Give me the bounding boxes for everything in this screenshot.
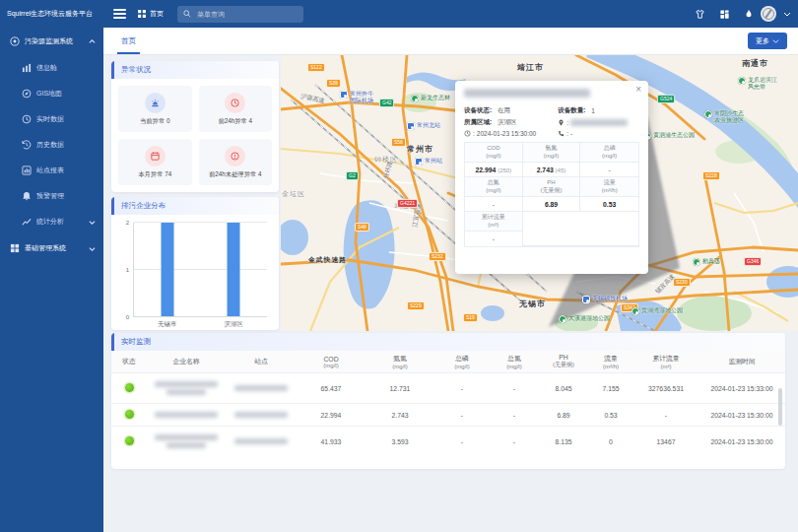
poi-label: 常阴沙生态农业旅游区 xyxy=(714,110,744,124)
status-card-month[interactable]: 本月异常 74 xyxy=(118,139,192,185)
sidebar-items: 信息舱GIS地图实时数据历史数据站点报表预警管理统计分析 xyxy=(0,55,103,234)
map-poi[interactable]: 龙爪岩滨江风光带 xyxy=(738,77,777,91)
top-header: 首页 xyxy=(103,0,798,28)
realtime-table: 状态企业名称站点COD(mg/l)氨氮(mg/l)总磷(mg/l)总氮(mg/l… xyxy=(111,351,785,456)
bar-无锡市[interactable] xyxy=(161,223,173,316)
station-report-icon xyxy=(22,166,32,175)
device-status: 在用 xyxy=(498,106,510,115)
road-shield: G346 xyxy=(744,257,762,266)
poi-label: 鹅真荡 xyxy=(702,258,720,265)
abnormal-status-panel: 异常状况 当前异常 0 前24h异常 4 本月异常 74 前24h未处理异常 4 xyxy=(111,61,279,192)
hamburger-menu-icon[interactable] xyxy=(113,9,126,19)
cell-tp: - xyxy=(434,373,490,404)
column-header: PH(无量纲) xyxy=(539,351,588,373)
map-poi[interactable]: 贡湖湾湿地公园 xyxy=(632,307,683,315)
table-scrollbar[interactable] xyxy=(778,388,782,426)
park-poi-icon xyxy=(704,110,712,118)
grid-icon xyxy=(10,243,20,253)
phone-icon xyxy=(558,130,565,137)
sidebar-item-label: 统计分析 xyxy=(36,217,64,227)
skin-theme-icon[interactable] xyxy=(695,9,705,20)
flame-icon[interactable] xyxy=(744,8,754,20)
sidebar-item-0[interactable]: 信息舱 xyxy=(0,55,103,81)
screen-layout-icon[interactable] xyxy=(719,9,730,20)
status-card-current[interactable]: 当前异常 0 xyxy=(118,86,192,132)
x-tick: 无锡市 xyxy=(158,320,176,329)
realtime-monitor-panel: 实时监测 状态企业名称站点COD(mg/l)氨氮(mg/l)总磷(mg/l)总氮… xyxy=(111,333,785,469)
user-avatar[interactable] xyxy=(761,6,776,22)
tab-home[interactable]: 首页 xyxy=(113,28,144,54)
sidebar-item-5[interactable]: 预警管理 xyxy=(0,183,103,209)
map-label: 金武快速路 xyxy=(308,255,347,265)
status-card-24h[interactable]: 前24h异常 4 xyxy=(199,86,273,132)
cell-time: 2024-01-23 15:33:00 xyxy=(698,373,785,404)
column-header: 站点 xyxy=(226,351,297,373)
map-poi[interactable]: 大溪港湿地公园 xyxy=(559,315,610,323)
poi-label: 贡湖湾湿地公园 xyxy=(641,307,683,314)
poi-label: 无锡硕放机场 xyxy=(592,296,628,302)
status-dot xyxy=(125,383,134,392)
map-poi[interactable]: 常州北站 xyxy=(407,122,440,130)
sidebar-group-pollution-monitor[interactable]: 污染源监测系统 xyxy=(0,28,103,55)
poi-label: 新龙生态林 xyxy=(421,95,450,101)
home-grid-icon xyxy=(138,10,146,18)
station-poi-icon xyxy=(407,122,415,130)
table-header-row: 状态企业名称站点COD(mg/l)氨氮(mg/l)总磷(mg/l)总氮(mg/l… xyxy=(111,351,785,373)
cell-tp: - xyxy=(434,404,490,427)
map-poi[interactable]: 常州奔牛国际机场 xyxy=(340,91,373,104)
breadcrumb[interactable]: 首页 xyxy=(138,9,164,19)
cell-tn: - xyxy=(490,427,539,457)
cell-total: 327636.531 xyxy=(633,373,698,404)
column-header: 企业名称 xyxy=(147,351,226,373)
park-poi-icon xyxy=(738,77,746,85)
sidebar-group-base-admin[interactable]: 基础管理系统 xyxy=(0,234,103,262)
map-canvas[interactable]: 常州市无锡市南通市靖江市钟楼区武进区金坛区金武快速路外环路江宜高速三环快速路锡宜… xyxy=(281,55,798,331)
siren-icon xyxy=(145,93,166,113)
menu-search-box[interactable] xyxy=(177,6,303,23)
cell-total: - xyxy=(633,404,698,427)
popup-metrics-table: COD(mg/l) 氨氮(mg/l) 总磷(mg/l) 22.994 (250)… xyxy=(464,142,639,247)
plot-area: 无锡市滨湖区 xyxy=(133,223,267,317)
close-icon[interactable]: × xyxy=(635,85,641,95)
road-shield: G524 xyxy=(657,95,675,103)
map-poi[interactable]: 常州站 xyxy=(415,158,442,166)
poi-label: 常州北站 xyxy=(417,122,440,129)
search-icon xyxy=(183,10,191,18)
status-card-unhandled[interactable]: 前24h未处理异常 4 xyxy=(199,139,273,185)
more-button[interactable]: 更多 xyxy=(748,33,787,49)
chevron-down-icon xyxy=(89,219,96,226)
bar-滨湖区[interactable] xyxy=(228,223,240,316)
sidebar-item-2[interactable]: 实时数据 xyxy=(0,106,103,132)
poi-label: 常州奔牛国际机场 xyxy=(350,91,373,104)
table-row[interactable]: 22.9942.743--6.890.53-2024-01-23 15:30:0… xyxy=(111,404,785,427)
alarm-manage-icon xyxy=(22,191,32,201)
map-poi[interactable]: 无锡硕放机场 xyxy=(582,296,628,303)
sidebar-item-6[interactable]: 统计分析 xyxy=(0,209,103,234)
map-poi[interactable]: 鹅真荡 xyxy=(693,258,720,266)
sidebar-item-1[interactable]: GIS地图 xyxy=(0,81,103,106)
cell-tn: - xyxy=(490,404,539,427)
sidebar-item-3[interactable]: 历史数据 xyxy=(0,132,103,158)
table-row[interactable]: 41.9333.593--8.1350134672024-01-23 15:30… xyxy=(111,427,785,457)
map-poi[interactable]: 黄泗浦生态公园 xyxy=(643,132,695,140)
chevron-down-icon[interactable] xyxy=(783,10,791,18)
panel-title: 实时监测 xyxy=(111,333,785,351)
station-poi-icon xyxy=(415,158,423,166)
sidebar-item-label: 站点报表 xyxy=(36,166,64,175)
column-header: 累计流量(m³) xyxy=(633,351,698,373)
road-shield: S48 xyxy=(355,223,369,232)
column-header: 流量(m³/h) xyxy=(588,351,633,373)
cell-nh3n: 3.593 xyxy=(366,427,434,457)
map-poi[interactable]: 新龙生态林 xyxy=(411,95,450,102)
breadcrumb-label: 首页 xyxy=(150,9,164,19)
column-header: 总氮(mg/l) xyxy=(490,351,539,373)
sidebar-item-4[interactable]: 站点报表 xyxy=(0,158,103,183)
cell-flow: 7.155 xyxy=(588,373,633,404)
station-poi-icon xyxy=(582,296,590,303)
clock-icon xyxy=(464,130,471,137)
bar-chart: 012 无锡市滨湖区 xyxy=(119,223,269,330)
map-poi[interactable]: 常阴沙生态农业旅游区 xyxy=(704,110,744,124)
table-row[interactable]: 65.43712.731--8.0457.155327636.5312024-0… xyxy=(111,373,785,404)
search-input[interactable] xyxy=(195,10,294,19)
column-header: 监测时间 xyxy=(698,351,785,373)
